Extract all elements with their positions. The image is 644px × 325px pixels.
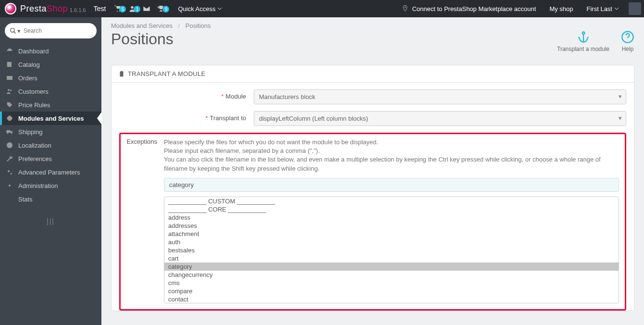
credit-card-icon	[6, 74, 13, 82]
sidebar-search[interactable]: ▾	[5, 23, 97, 38]
page-header: Positions Transplant a module Help	[101, 30, 644, 60]
gear-icon	[6, 182, 13, 189]
wrench-icon	[6, 155, 13, 162]
chart-icon	[6, 195, 13, 203]
svg-point-9	[11, 173, 12, 175]
mail-icon[interactable]	[139, 5, 154, 12]
module-select[interactable]: Manufacturers block	[254, 89, 626, 104]
cogs-icon	[6, 168, 13, 176]
tag-icon	[6, 101, 13, 109]
transplant-panel: TRANSPLANT A MODULE *Module Manufacturer…	[111, 65, 634, 311]
listbox-option[interactable]: auth	[164, 238, 619, 246]
chevron-down-icon: ▾	[17, 27, 21, 35]
transplant-module-button[interactable]: Transplant a module	[557, 30, 609, 52]
version-label: 1.6.1.6	[70, 7, 86, 13]
sidebar-item-shipping[interactable]: Shipping	[0, 125, 101, 138]
user-icon[interactable]: 1	[125, 5, 139, 12]
puzzle-icon	[6, 114, 13, 122]
exceptions-label: Exceptions	[126, 138, 164, 303]
listbox-option[interactable]: cms	[164, 279, 619, 287]
sidebar-item-modules[interactable]: Modules and Services	[0, 112, 101, 125]
listbox-option[interactable]: changecurrency	[164, 271, 619, 279]
sidebar-item-administration[interactable]: Administration	[0, 179, 101, 192]
sidebar-item-stats[interactable]: Stats	[0, 192, 101, 206]
exceptions-help: Please specify the files for which you d…	[164, 138, 619, 173]
trophy-badge: 9	[162, 6, 169, 12]
brand-presta: Presta	[20, 4, 47, 13]
search-input[interactable]	[24, 27, 96, 34]
main: Modules and Services / Positions Positio…	[101, 17, 644, 325]
sidebar: ▾ Dashboard Catalog Orders Customers Pri…	[0, 17, 101, 325]
svg-point-6	[11, 133, 12, 134]
sidebar-nav: Dashboard Catalog Orders Customers Price…	[0, 44, 101, 206]
sidebar-item-dashboard[interactable]: Dashboard	[0, 44, 101, 58]
globe-icon	[6, 141, 13, 149]
quick-access-label: Quick Access	[178, 5, 215, 12]
exceptions-input[interactable]	[164, 178, 619, 192]
listbox-option[interactable]: category	[164, 262, 619, 271]
transplant-label: *Transplant to	[119, 111, 254, 126]
listbox-option[interactable]: attachment	[164, 230, 619, 238]
listbox-option[interactable]: ___________ CORE ___________	[164, 205, 619, 213]
svg-point-3	[8, 89, 10, 91]
svg-point-10	[9, 185, 11, 187]
truck-icon	[6, 128, 13, 136]
sidebar-item-catalog[interactable]: Catalog	[0, 58, 101, 71]
anchor-icon	[577, 30, 590, 44]
listbox-option[interactable]: ___________ CUSTOM ___________	[164, 197, 619, 205]
sidebar-item-orders[interactable]: Orders	[0, 71, 101, 85]
crumb-parent[interactable]: Modules and Services	[111, 22, 173, 29]
sidebar-item-localization[interactable]: Localization	[0, 138, 101, 152]
sidebar-item-price-rules[interactable]: Price Rules	[0, 98, 101, 112]
svg-point-4	[10, 89, 12, 91]
book-icon	[6, 61, 13, 68]
clipboard-icon	[118, 71, 125, 77]
panel-heading: TRANSPLANT A MODULE	[111, 65, 634, 83]
page-title: Positions	[111, 30, 173, 48]
user-name-label: First Last	[587, 5, 612, 12]
brand: PrestaShop	[20, 4, 68, 14]
search-icon	[10, 27, 16, 34]
quick-access-menu[interactable]: Quick Access	[178, 5, 222, 12]
breadcrumb: Modules and Services / Positions	[101, 17, 644, 30]
marketplace-link[interactable]: Connect to PrestaShop Marketplace accoun…	[401, 5, 536, 12]
myshop-link[interactable]: My shop	[549, 5, 573, 12]
svg-rect-2	[7, 76, 12, 80]
svg-point-11	[582, 32, 584, 35]
prestashop-logo	[5, 3, 16, 14]
sidebar-collapse-toggle[interactable]: |||	[0, 217, 101, 225]
listbox-option[interactable]: addresses	[164, 222, 619, 230]
listbox-option[interactable]: compare	[164, 287, 619, 295]
svg-point-0	[131, 6, 134, 9]
help-button[interactable]: Help	[621, 30, 634, 52]
sidebar-item-advanced[interactable]: Advanced Parameters	[0, 165, 101, 179]
svg-point-1	[11, 28, 14, 32]
exceptions-highlight: Exceptions Please specify the files for …	[119, 133, 626, 311]
users-icon	[6, 88, 13, 95]
trophy-icon[interactable]: 9	[154, 5, 168, 12]
user-menu[interactable]: First Last	[587, 5, 619, 12]
cart-icon[interactable]: 5	[111, 5, 125, 12]
listbox-option[interactable]: contact	[164, 295, 619, 303]
transplant-select[interactable]: displayLeftColumn (Left column blocks)	[254, 111, 626, 126]
env-label: Test	[94, 5, 106, 12]
brand-shop: Shop	[47, 4, 68, 13]
svg-point-5	[7, 133, 9, 134]
transplant-row: *Transplant to displayLeftColumn (Left c…	[119, 111, 626, 126]
svg-point-8	[8, 170, 10, 172]
listbox-option[interactable]: cart	[164, 254, 619, 262]
avatar[interactable]	[629, 2, 641, 15]
listbox-option[interactable]: address	[164, 213, 619, 222]
help-icon	[621, 30, 634, 44]
top-bar: PrestaShop 1.6.1.6 Test 5 1 9 Quick Acce…	[0, 0, 644, 17]
crumb-current: Positions	[186, 22, 211, 29]
marketplace-label: Connect to PrestaShop Marketplace accoun…	[412, 5, 536, 12]
listbox-option[interactable]: bestsales	[164, 246, 619, 254]
tachometer-icon	[6, 47, 13, 55]
module-row: *Module Manufacturers block	[119, 89, 626, 104]
exceptions-listbox[interactable]: ___________ CUSTOM _____________________…	[164, 197, 619, 303]
sidebar-item-preferences[interactable]: Preferences	[0, 152, 101, 165]
sidebar-item-customers[interactable]: Customers	[0, 85, 101, 98]
svg-rect-14	[121, 71, 123, 72]
svg-rect-13	[120, 71, 124, 76]
